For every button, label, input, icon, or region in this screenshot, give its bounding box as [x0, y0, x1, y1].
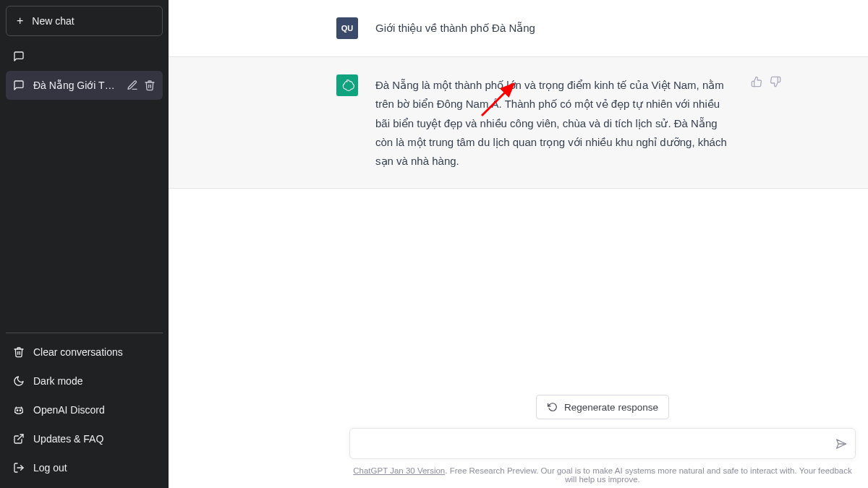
moon-icon	[13, 375, 25, 387]
user-message-text: Giới thiệu về thành phố Đà Nẵng	[375, 17, 781, 39]
user-message-row: QU Giới thiệu về thành phố Đà Nẵng	[169, 0, 868, 56]
user-avatar: QU	[336, 17, 358, 39]
assistant-avatar	[336, 74, 358, 96]
new-chat-label: New chat	[32, 15, 74, 27]
sidebar: + New chat Đà Nẵng Giới Thiệu	[0, 0, 169, 488]
nav-label: OpenAI Discord	[33, 404, 105, 416]
plus-icon: +	[17, 15, 23, 27]
discord-button[interactable]: OpenAI Discord	[6, 395, 163, 424]
footer-text: . Free Research Preview. Our goal is to …	[445, 466, 852, 484]
user-avatar-text: QU	[341, 24, 354, 33]
logout-icon	[13, 462, 25, 474]
trash-icon	[13, 346, 25, 358]
trash-icon[interactable]	[144, 80, 156, 91]
nav-label: Clear conversations	[33, 346, 123, 358]
edit-icon[interactable]	[127, 80, 138, 91]
footer-note: ChatGPT Jan 30 Version. Free Research Pr…	[337, 466, 868, 484]
input-area: Regenerate response ChatGPT Jan 30 Versi…	[337, 395, 868, 488]
sidebar-item-chat[interactable]: Đà Nẵng Giới Thiệu	[6, 71, 163, 100]
assistant-message-text: Đà Nẵng là một thành phố lớn và trọng đi…	[375, 74, 733, 171]
send-icon[interactable]	[833, 438, 845, 450]
dark-mode-button[interactable]: Dark mode	[6, 367, 163, 395]
sidebar-item-blank[interactable]	[6, 42, 163, 71]
version-link[interactable]: ChatGPT Jan 30 Version	[353, 466, 445, 475]
clear-conversations-button[interactable]: Clear conversations	[6, 338, 163, 367]
chat-icon	[13, 51, 25, 62]
thumbs-down-icon[interactable]	[770, 76, 781, 87]
nav-label: Updates & FAQ	[33, 433, 103, 445]
svg-point-0	[17, 410, 17, 411]
prompt-box[interactable]	[349, 428, 856, 459]
thumbs-up-icon[interactable]	[751, 76, 762, 87]
nav-label: Log out	[33, 462, 67, 474]
logout-button[interactable]: Log out	[6, 453, 163, 482]
chat-history: Đà Nẵng Giới Thiệu	[6, 42, 163, 100]
regenerate-button[interactable]: Regenerate response	[536, 395, 669, 419]
svg-point-1	[20, 410, 20, 411]
main-panel: QU Giới thiệu về thành phố Đà Nẵng Đà Nẵ…	[169, 0, 868, 488]
regenerate-label: Regenerate response	[564, 402, 658, 413]
svg-line-2	[18, 435, 23, 440]
assistant-message-row: Đà Nẵng là một thành phố lớn và trọng đi…	[169, 56, 868, 189]
feedback-buttons	[751, 74, 781, 171]
refresh-icon	[547, 401, 558, 413]
new-chat-button[interactable]: + New chat	[6, 6, 163, 36]
chat-title: Đà Nẵng Giới Thiệu	[33, 80, 118, 91]
openai-logo-icon	[340, 78, 354, 93]
discord-icon	[13, 404, 25, 416]
updates-faq-button[interactable]: Updates & FAQ	[6, 424, 163, 453]
sidebar-bottom-nav: Clear conversations Dark mode OpenAI Dis…	[6, 333, 163, 482]
nav-label: Dark mode	[33, 375, 82, 387]
external-link-icon	[13, 433, 25, 445]
chat-icon	[13, 80, 25, 91]
prompt-input[interactable]	[360, 437, 833, 450]
